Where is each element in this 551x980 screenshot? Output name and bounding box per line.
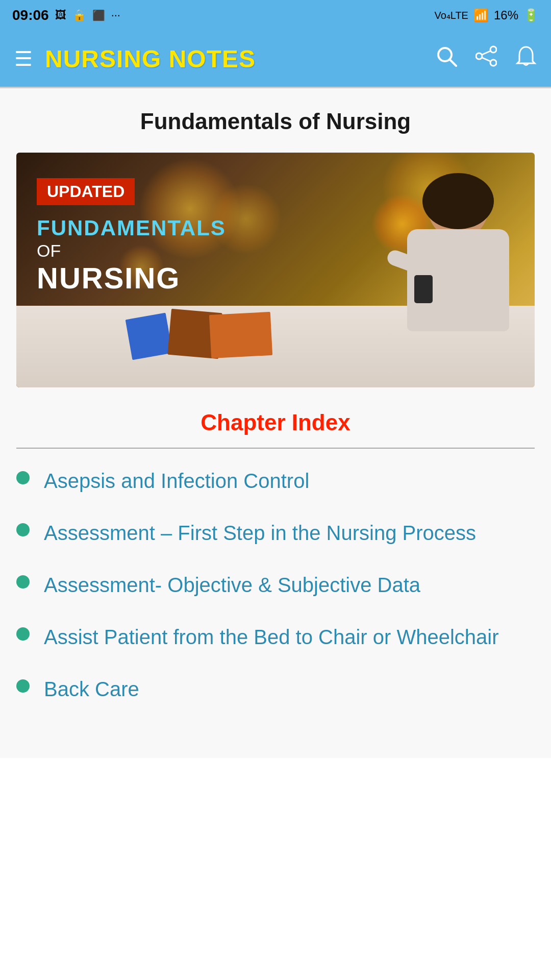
- hero-of-text: OF: [37, 241, 226, 261]
- chapter-list: Asepsis and Infection ControlAssessment …: [16, 467, 535, 703]
- chapter-link-1[interactable]: Asepsis and Infection Control: [44, 467, 309, 495]
- bullet-dot-icon: [16, 471, 30, 484]
- chapter-index-header: Chapter Index: [16, 410, 535, 449]
- share-icon[interactable]: [475, 45, 497, 72]
- hero-person: [346, 173, 519, 387]
- list-item[interactable]: Assessment – First Step in the Nursing P…: [16, 519, 535, 547]
- hero-text-area: UPDATED FUNDAMENTALS OF NURSING: [37, 178, 226, 295]
- svg-point-3: [476, 53, 482, 59]
- status-bar-right: Vo₄LTE 📶 16% 🔋: [434, 8, 539, 22]
- sim-status-icon: ⬛: [92, 9, 105, 21]
- chapter-link-5[interactable]: Back Care: [44, 675, 139, 703]
- main-content: Fundamentals of Nursing UPDATED FUNDAMEN…: [0, 88, 551, 758]
- list-item[interactable]: Assist Patient from the Bed to Chair or …: [16, 623, 535, 651]
- battery-icon: 🔋: [523, 8, 539, 22]
- app-title: NURSING NOTES: [45, 45, 256, 73]
- page-title: Fundamentals of Nursing: [16, 109, 535, 134]
- svg-line-5: [482, 51, 490, 55]
- status-bar: 09:06 🖼 🔒 ⬛ ··· Vo₄LTE 📶 16% 🔋: [0, 0, 551, 31]
- hero-fundamentals-text: FUNDAMENTALS: [37, 215, 226, 241]
- bullet-dot-icon: [16, 679, 30, 693]
- app-bar-right: [436, 45, 537, 72]
- index-divider: [16, 448, 535, 449]
- status-bar-left: 09:06 🖼 🔒 ⬛ ···: [12, 7, 120, 23]
- list-item[interactable]: Assessment- Objective & Subjective Data: [16, 571, 535, 599]
- svg-point-2: [490, 46, 496, 53]
- hero-nursing-text: NURSING: [37, 261, 226, 295]
- list-item[interactable]: Asepsis and Infection Control: [16, 467, 535, 495]
- chapter-link-4[interactable]: Assist Patient from the Bed to Chair or …: [44, 623, 498, 651]
- wifi-icon: 📶: [473, 8, 489, 22]
- app-bar: ☰ NURSING NOTES: [0, 31, 551, 87]
- bullet-dot-icon: [16, 523, 30, 536]
- app-bar-left: ☰ NURSING NOTES: [14, 45, 256, 73]
- list-item[interactable]: Back Care: [16, 675, 535, 703]
- hero-image: UPDATED FUNDAMENTALS OF NURSING: [16, 153, 535, 387]
- svg-point-4: [490, 60, 496, 66]
- battery-level: 16%: [494, 8, 518, 22]
- lock-status-icon: 🔒: [72, 9, 86, 22]
- chapter-link-3[interactable]: Assessment- Objective & Subjective Data: [44, 571, 420, 599]
- signal-lte-icon: Vo₄LTE: [434, 9, 468, 21]
- updated-badge: UPDATED: [37, 178, 135, 205]
- chapter-link-2[interactable]: Assessment – First Step in the Nursing P…: [44, 519, 476, 547]
- more-status-icon: ···: [111, 9, 120, 22]
- photo-status-icon: 🖼: [55, 9, 66, 22]
- bullet-dot-icon: [16, 627, 30, 641]
- notification-icon[interactable]: [515, 45, 537, 72]
- status-time: 09:06: [12, 7, 49, 23]
- search-icon[interactable]: [436, 45, 457, 72]
- svg-line-1: [450, 60, 456, 66]
- hamburger-menu-icon[interactable]: ☰: [14, 47, 33, 70]
- chapter-index-title: Chapter Index: [16, 410, 535, 435]
- bullet-dot-icon: [16, 575, 30, 589]
- svg-line-6: [482, 58, 490, 61]
